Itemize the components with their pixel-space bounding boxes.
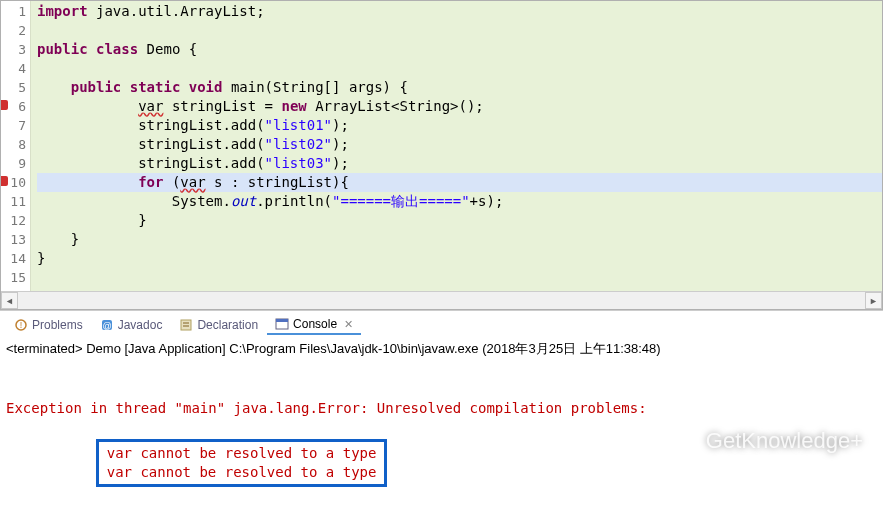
code-line[interactable]	[37, 59, 882, 78]
code-line[interactable]: for (var s : stringList){	[37, 173, 882, 192]
scroll-left-arrow[interactable]: ◄	[1, 292, 18, 309]
line-number-gutter: 123456789101112131415	[1, 1, 31, 291]
code-line[interactable]: }	[37, 249, 882, 268]
console-view: <terminated> Demo [Java Application] C:\…	[0, 337, 883, 508]
line-number: 13	[1, 230, 26, 249]
code-line[interactable]: }	[37, 230, 882, 249]
line-number: 6	[1, 97, 26, 116]
error-highlight-box: var cannot be resolved to a typevar cann…	[96, 439, 388, 487]
line-number: 12	[1, 211, 26, 230]
tab-label: Javadoc	[118, 318, 163, 332]
tab-problems[interactable]: ! Problems	[6, 316, 91, 334]
code-editor[interactable]: 123456789101112131415 import java.util.A…	[0, 0, 883, 310]
line-number: 1	[1, 2, 26, 21]
line-number: 8	[1, 135, 26, 154]
line-number: 11	[1, 192, 26, 211]
views-tabbar: ! Problems @ Javadoc Declaration Console…	[0, 310, 883, 337]
line-number: 15	[1, 268, 26, 287]
scroll-track[interactable]	[18, 292, 865, 309]
scroll-right-arrow[interactable]: ►	[865, 292, 882, 309]
close-icon[interactable]: ✕	[344, 318, 353, 331]
code-line[interactable]: stringList.add("list02");	[37, 135, 882, 154]
code-line[interactable]	[37, 21, 882, 40]
line-number: 7	[1, 116, 26, 135]
tab-label: Declaration	[197, 318, 258, 332]
code-line[interactable]: }	[37, 211, 882, 230]
code-line[interactable]: public class Demo {	[37, 40, 882, 59]
console-output: Exception in thread "main" java.lang.Err…	[6, 361, 877, 508]
svg-rect-4	[181, 320, 191, 330]
code-line[interactable]: System.out.println("======输出====="+s);	[37, 192, 882, 211]
console-icon	[275, 317, 289, 331]
svg-text:@: @	[102, 321, 111, 331]
console-header: <terminated> Demo [Java Application] C:\…	[6, 340, 877, 358]
code-area[interactable]: import java.util.ArrayList;public class …	[31, 1, 882, 291]
code-line[interactable]: public static void main(String[] args) {	[37, 78, 882, 97]
problems-icon: !	[14, 318, 28, 332]
line-number: 9	[1, 154, 26, 173]
code-line[interactable]	[37, 268, 882, 287]
tab-console[interactable]: Console ✕	[267, 315, 361, 335]
line-number: 4	[1, 59, 26, 78]
line-number: 14	[1, 249, 26, 268]
code-line[interactable]: stringList.add("list03");	[37, 154, 882, 173]
code-line[interactable]: import java.util.ArrayList;	[37, 2, 882, 21]
error-message: var cannot be resolved to a type	[107, 463, 377, 482]
line-number: 5	[1, 78, 26, 97]
line-number: 10	[1, 173, 26, 192]
tab-javadoc[interactable]: @ Javadoc	[92, 316, 171, 334]
declaration-icon	[179, 318, 193, 332]
code-line[interactable]: stringList.add("list01");	[37, 116, 882, 135]
svg-rect-8	[276, 319, 288, 322]
code-line[interactable]: var stringList = new ArrayList<String>()…	[37, 97, 882, 116]
error-message: var cannot be resolved to a type	[107, 444, 377, 463]
horizontal-scrollbar[interactable]: ◄ ►	[1, 291, 882, 309]
javadoc-icon: @	[100, 318, 114, 332]
line-number: 2	[1, 21, 26, 40]
tab-label: Problems	[32, 318, 83, 332]
tab-declaration[interactable]: Declaration	[171, 316, 266, 334]
exception-line: Exception in thread "main" java.lang.Err…	[6, 399, 877, 418]
tab-label: Console	[293, 317, 337, 331]
svg-text:!: !	[20, 320, 23, 330]
line-number: 3	[1, 40, 26, 59]
